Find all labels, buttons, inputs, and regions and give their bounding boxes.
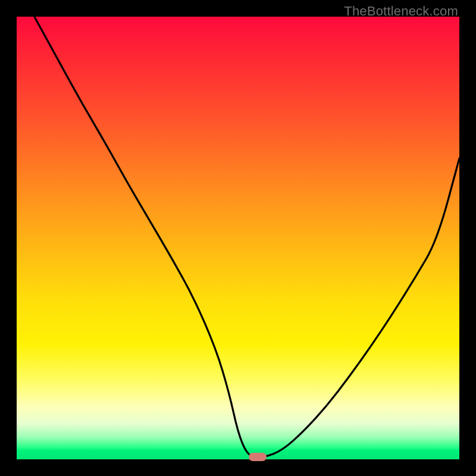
bottleneck-curve: [17, 17, 459, 459]
outer-frame: TheBottleneck.com: [0, 0, 476, 476]
minimum-marker: [249, 453, 267, 461]
chart-plot-area: [17, 17, 459, 459]
